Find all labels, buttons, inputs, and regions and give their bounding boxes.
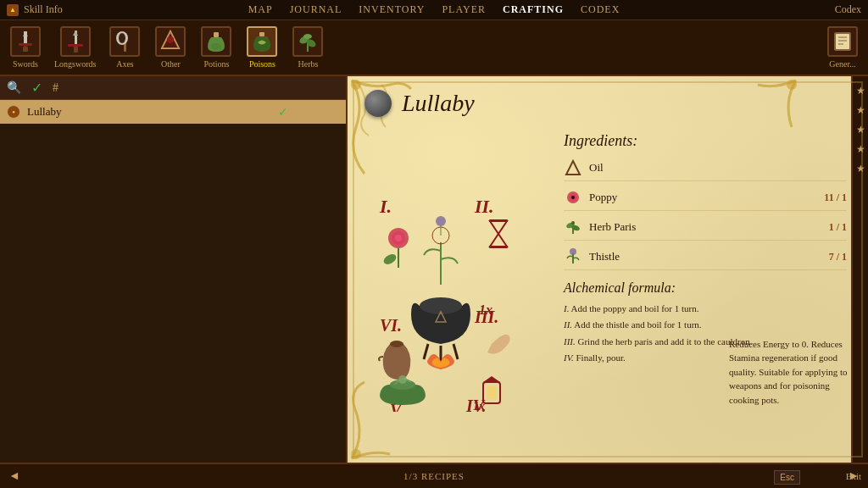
ingredient-row-thistle: Thistle 7 / 1 (564, 247, 847, 270)
svg-text:1x: 1x (479, 302, 492, 317)
recipe-illustration: II. I. (356, 124, 542, 463)
svg-rect-59 (487, 386, 497, 399)
general-label: Gener... (829, 59, 855, 69)
thistle-icon (564, 247, 582, 266)
recipe-title: Lullaby (402, 90, 475, 117)
skill-info-icon: ▲ (7, 4, 19, 16)
svg-rect-35 (489, 219, 508, 222)
recipe-svg: II. I. (364, 175, 534, 412)
skill-info-section: ▲ Skill Info (0, 3, 63, 16)
poisons-icon (247, 26, 277, 57)
other-label: Other (161, 59, 181, 69)
svg-point-71 (571, 221, 575, 225)
svg-point-21 (303, 34, 312, 39)
recipe-name: Lullaby (27, 105, 271, 119)
category-general[interactable]: Gener... (821, 23, 865, 72)
svg-point-44 (390, 341, 403, 347)
ingredient-row-oil: Oil (564, 158, 847, 181)
herb-paris-name: Herb Paris (589, 220, 829, 234)
svg-rect-4 (24, 31, 27, 43)
search-icon[interactable]: 🔍 (7, 80, 21, 95)
filter-hash[interactable]: # (53, 81, 58, 95)
recipe-description: Reduces Energy to 0. Reduces Stamina reg… (721, 330, 860, 414)
codex-button[interactable]: Codex (835, 3, 861, 16)
category-swords[interactable]: Swords (3, 23, 47, 72)
potions-icon (201, 26, 231, 57)
top-navigation: MAP JOURNAL INVENTORY PLAYER CRAFTING CO… (248, 3, 620, 16)
svg-point-40 (395, 235, 402, 241)
filter-row: 🔍 ✓ # (0, 76, 346, 100)
nav-player[interactable]: PLAYER (442, 3, 486, 16)
svg-text:1x: 1x (473, 400, 485, 412)
svg-rect-6 (68, 44, 83, 47)
svg-rect-1 (19, 43, 32, 46)
recipe-list: ● Lullaby ✓ 1 35 (0, 100, 346, 463)
category-poisons[interactable]: Poisons (240, 23, 284, 72)
oil-name: Oil (589, 161, 847, 175)
svg-text:VI.: VI. (380, 316, 402, 335)
nav-codex[interactable]: CODEX (581, 3, 620, 16)
nav-journal[interactable]: JOURNAL (290, 3, 342, 16)
herb-paris-count: 1 / 1 (829, 221, 847, 234)
svg-rect-17 (259, 32, 264, 36)
category-longswords[interactable]: Longswords (49, 23, 101, 72)
nav-map[interactable]: MAP (248, 3, 273, 16)
recipe-count: 35 (319, 106, 339, 119)
svg-point-11 (119, 33, 125, 43)
svg-marker-14 (162, 31, 179, 48)
svg-rect-36 (489, 246, 508, 248)
longswords-icon (60, 26, 91, 57)
potions-label: Potions (203, 59, 229, 69)
bottom-bar: ◄ 1/3 RECIPES ► Esc Exit (0, 463, 868, 488)
swords-label: Swords (13, 59, 38, 69)
top-bar: ▲ Skill Info MAP JOURNAL INVENTORY PLAYE… (0, 0, 868, 20)
poisons-label: Poisons (249, 59, 275, 69)
axes-label: Axes (116, 59, 134, 69)
recipe-ball-icon (364, 90, 392, 117)
nav-crafting[interactable]: CRAFTING (503, 3, 564, 16)
recipe-body: II. I. (348, 124, 868, 463)
recipe-item-lullaby[interactable]: ● Lullaby ✓ 1 35 (0, 100, 346, 124)
herb-paris-icon (564, 218, 582, 236)
svg-point-54 (436, 216, 446, 226)
filter-check[interactable]: ✓ (31, 80, 42, 96)
svg-rect-23 (836, 34, 849, 49)
svg-text:II.: II. (474, 196, 494, 217)
category-potions[interactable]: Potions (194, 23, 238, 72)
poppy-name: Poppy (589, 191, 824, 204)
svg-text:I.: I. (379, 196, 392, 217)
svg-rect-7 (74, 47, 78, 53)
formula-title: Alchemical formula: (564, 280, 847, 296)
swords-icon (10, 26, 41, 57)
left-panel: 🔍 ✓ # ● Lullaby ✓ 1 35 (0, 76, 348, 463)
svg-point-62 (398, 375, 407, 384)
recipe-check-mark: ✓ (278, 105, 288, 119)
category-axes[interactable]: Axes (103, 23, 147, 72)
recipe-header: Lullaby (348, 76, 868, 124)
recipe-pagination: 1/3 RECIPES (403, 471, 465, 481)
main-content: 🔍 ✓ # ● Lullaby ✓ 1 35 (0, 76, 868, 463)
thistle-name: Thistle (589, 250, 829, 263)
axes-icon (109, 26, 140, 57)
general-icon (827, 26, 858, 57)
category-other[interactable]: Other (148, 23, 192, 72)
ingredient-row-herb-paris: Herb Paris 1 / 1 (564, 218, 847, 241)
category-herbs[interactable]: Herbs (286, 23, 330, 72)
svg-point-67 (571, 196, 575, 199)
skill-info-label: Skill Info (24, 3, 63, 16)
herbs-label: Herbs (298, 59, 319, 69)
exit-label: Exit (846, 471, 861, 481)
svg-marker-64 (566, 161, 580, 175)
poppy-icon (564, 188, 582, 207)
svg-rect-15 (214, 32, 219, 37)
esc-button[interactable]: Esc (774, 470, 800, 485)
herbs-icon (292, 26, 323, 57)
ingredient-row-poppy: Poppy 11 / 1 (564, 188, 847, 211)
poppy-count: 11 / 1 (824, 191, 847, 204)
thistle-count: 7 / 1 (829, 251, 847, 263)
svg-point-16 (211, 43, 221, 50)
nav-inventory[interactable]: INVENTORY (359, 3, 425, 16)
other-icon (155, 26, 186, 57)
formula-step-1: I. Add the poppy and boil for 1 turn. (564, 302, 847, 315)
prev-recipe-button[interactable]: ◄ (8, 469, 20, 483)
